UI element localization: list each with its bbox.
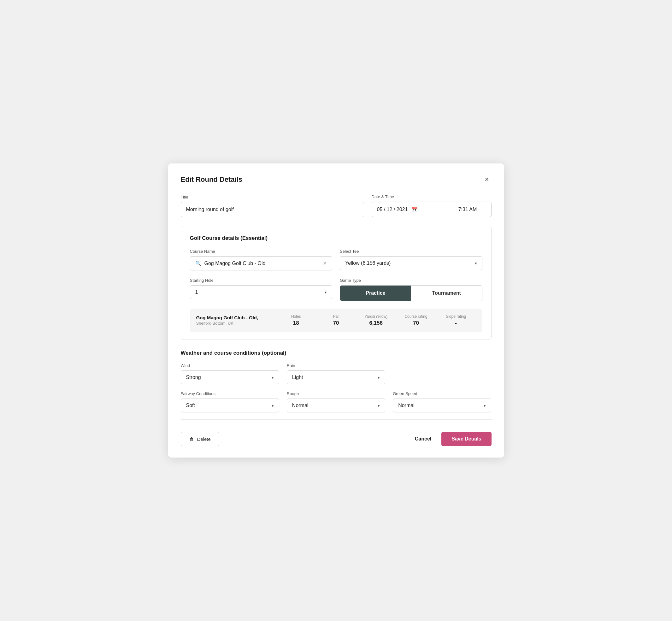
course-full-name: Gog Magog Golf Club - Old, <box>196 315 276 320</box>
course-location: Shelford Bottom, UK <box>196 321 276 326</box>
course-name-location: Gog Magog Golf Club - Old, Shelford Bott… <box>196 315 276 326</box>
practice-toggle-button[interactable]: Practice <box>340 286 411 301</box>
holes-label: Holes <box>276 314 316 319</box>
time-value: 7:31 AM <box>458 207 477 212</box>
rain-label: Rain <box>287 363 385 368</box>
par-stat: Par 70 <box>316 314 356 326</box>
starting-hole-dropdown[interactable]: 1 ▾ <box>190 285 333 299</box>
yards-label: Yards(Yellow) <box>356 314 396 319</box>
chevron-down-icon: ▾ <box>271 375 274 380</box>
save-button[interactable]: Save Details <box>442 432 491 446</box>
rough-group: Rough Normal ▾ <box>287 391 385 412</box>
golf-course-section: Golf Course details (Essential) Course N… <box>181 226 492 340</box>
green-speed-group: Green Speed Normal ▾ <box>393 391 491 412</box>
rough-value: Normal <box>292 403 308 408</box>
course-name-input[interactable] <box>204 261 320 266</box>
title-input[interactable] <box>181 202 364 217</box>
wind-dropdown[interactable]: Strong ▾ <box>181 370 279 384</box>
chevron-down-icon: ▾ <box>378 375 380 380</box>
delete-label: Delete <box>197 437 211 442</box>
rough-dropdown[interactable]: Normal ▾ <box>287 399 385 412</box>
modal-header: Edit Round Details × <box>181 175 492 184</box>
chevron-down-icon: ▾ <box>475 261 477 266</box>
chevron-down-icon: ▾ <box>325 290 327 295</box>
rain-group: Rain Light ▾ <box>287 363 385 384</box>
title-field-group: Title <box>181 195 364 217</box>
yards-value: 6,156 <box>356 320 396 326</box>
starting-hole-gametype-row: Starting Hole 1 ▾ Game Type Practice Tou… <box>190 278 482 301</box>
rain-value: Light <box>292 375 303 380</box>
par-value: 70 <box>316 320 356 326</box>
green-speed-dropdown[interactable]: Normal ▾ <box>393 399 491 412</box>
top-row: Title Date & Time 05 / 12 / 2021 📅 7:31 … <box>181 194 492 217</box>
clear-icon[interactable]: ✕ <box>323 260 327 266</box>
delete-button[interactable]: 🗑 Delete <box>181 432 219 446</box>
chevron-down-icon: ▾ <box>484 403 486 408</box>
chevron-down-icon: ▾ <box>271 403 274 408</box>
select-tee-label: Select Tee <box>340 249 482 254</box>
course-name-label: Course Name <box>190 249 333 254</box>
slope-rating-value: - <box>436 320 476 326</box>
green-speed-value: Normal <box>398 403 415 408</box>
time-input[interactable]: 7:31 AM <box>444 202 492 217</box>
fairway-rough-green-row: Fairway Conditions Soft ▾ Rough Normal ▾… <box>181 391 492 412</box>
fairway-label: Fairway Conditions <box>181 391 279 396</box>
wind-value: Strong <box>186 375 201 380</box>
close-button[interactable]: × <box>482 175 492 184</box>
footer: 🗑 Delete Cancel Save Details <box>181 428 492 446</box>
game-type-label: Game Type <box>340 278 482 283</box>
wind-rain-row: Wind Strong ▾ Rain Light ▾ <box>181 363 492 384</box>
starting-hole-group: Starting Hole 1 ▾ <box>190 278 333 301</box>
golf-course-section-title: Golf Course details (Essential) <box>190 235 482 241</box>
modal-title: Edit Round Details <box>181 175 243 184</box>
starting-hole-label: Starting Hole <box>190 278 333 283</box>
course-rating-value: 70 <box>396 320 436 326</box>
footer-right: Cancel Save Details <box>412 432 492 446</box>
holes-stat: Holes 18 <box>276 314 316 326</box>
rain-dropdown[interactable]: Light ▾ <box>287 370 385 384</box>
fairway-value: Soft <box>186 403 195 408</box>
course-name-input-wrap[interactable]: 🔍 ✕ <box>190 256 333 271</box>
fairway-group: Fairway Conditions Soft ▾ <box>181 391 279 412</box>
datetime-label: Date & Time <box>372 194 492 199</box>
course-name-tee-row: Course Name 🔍 ✕ Select Tee Yellow (6,156… <box>190 249 482 271</box>
chevron-down-icon: ▾ <box>378 403 380 408</box>
date-value: 05 / 12 / 2021 <box>377 207 408 212</box>
select-tee-group: Select Tee Yellow (6,156 yards) ▾ <box>340 249 482 271</box>
calendar-icon: 📅 <box>411 206 418 212</box>
course-name-group: Course Name 🔍 ✕ <box>190 249 333 271</box>
date-input[interactable]: 05 / 12 / 2021 📅 <box>372 202 444 217</box>
footer-divider <box>181 419 492 420</box>
cancel-button[interactable]: Cancel <box>412 432 434 446</box>
holes-value: 18 <box>276 320 316 326</box>
course-rating-label: Course rating <box>396 314 436 319</box>
edit-round-modal: Edit Round Details × Title Date & Time 0… <box>168 163 504 458</box>
game-type-toggle: Practice Tournament <box>340 285 482 301</box>
course-info-bar: Gog Magog Golf Club - Old, Shelford Bott… <box>190 308 482 332</box>
weather-section: Weather and course conditions (optional)… <box>181 350 492 412</box>
course-rating-stat: Course rating 70 <box>396 314 436 326</box>
datetime-field-group: Date & Time 05 / 12 / 2021 📅 7:31 AM <box>372 194 492 217</box>
wind-label: Wind <box>181 363 279 368</box>
game-type-group: Game Type Practice Tournament <box>340 278 482 301</box>
yards-stat: Yards(Yellow) 6,156 <box>356 314 396 326</box>
search-icon: 🔍 <box>195 261 201 266</box>
slope-rating-label: Slope rating <box>436 314 476 319</box>
wind-group: Wind Strong ▾ <box>181 363 279 384</box>
empty-space <box>393 363 491 384</box>
rough-label: Rough <box>287 391 385 396</box>
title-label: Title <box>181 195 364 199</box>
green-speed-label: Green Speed <box>393 391 491 396</box>
weather-section-title: Weather and course conditions (optional) <box>181 350 492 356</box>
select-tee-value: Yellow (6,156 yards) <box>345 260 390 266</box>
starting-hole-value: 1 <box>195 289 198 295</box>
datetime-inputs: 05 / 12 / 2021 📅 7:31 AM <box>372 202 492 217</box>
trash-icon: 🗑 <box>189 437 194 442</box>
par-label: Par <box>316 314 356 319</box>
tournament-toggle-button[interactable]: Tournament <box>411 286 482 301</box>
fairway-dropdown[interactable]: Soft ▾ <box>181 399 279 412</box>
select-tee-dropdown[interactable]: Yellow (6,156 yards) ▾ <box>340 256 482 270</box>
slope-rating-stat: Slope rating - <box>436 314 476 326</box>
